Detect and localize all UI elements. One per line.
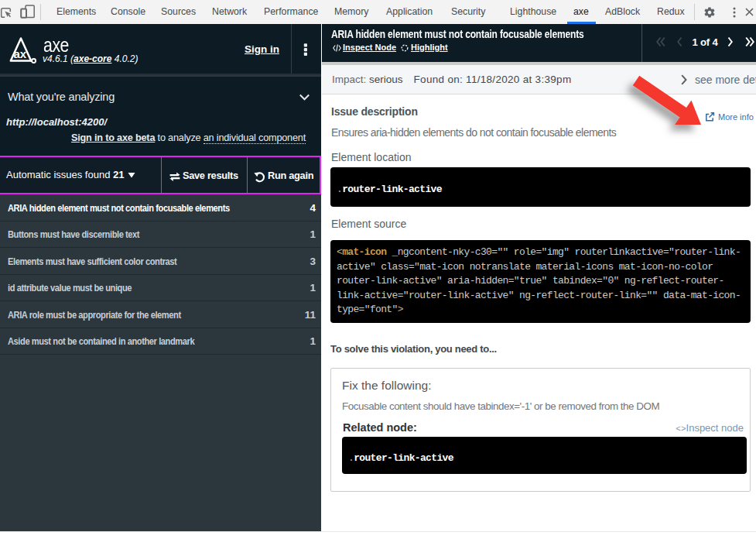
svg-text:ax: ax: [14, 47, 27, 60]
